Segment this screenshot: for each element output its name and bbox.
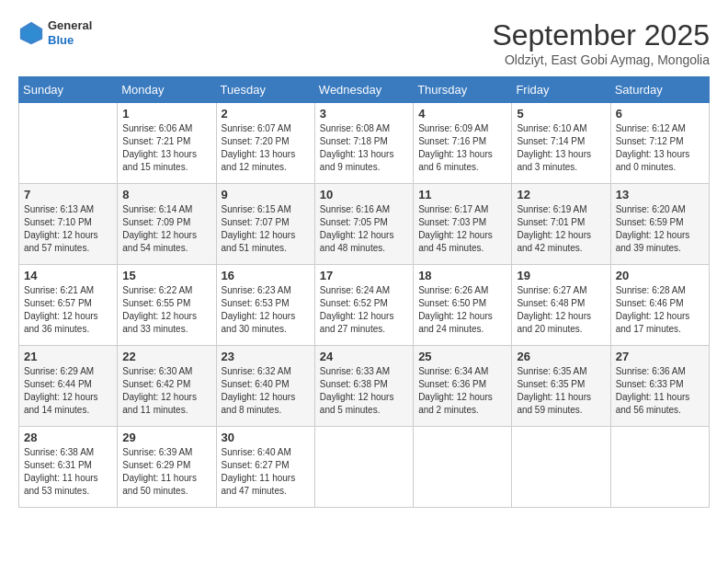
logo-general: General (48, 18, 92, 33)
day-info: Sunrise: 6:33 AMSunset: 6:38 PMDaylight:… (320, 365, 408, 417)
header-thursday: Thursday (414, 77, 512, 103)
table-row: 16Sunrise: 6:23 AMSunset: 6:53 PMDayligh… (216, 265, 314, 346)
day-number: 10 (320, 188, 408, 201)
table-row: 13Sunrise: 6:20 AMSunset: 6:59 PMDayligh… (610, 184, 709, 265)
table-row: 26Sunrise: 6:35 AMSunset: 6:35 PMDayligh… (512, 346, 610, 427)
table-row: 25Sunrise: 6:34 AMSunset: 6:36 PMDayligh… (414, 346, 512, 427)
day-info: Sunrise: 6:38 AMSunset: 6:31 PMDaylight:… (24, 446, 112, 498)
day-number: 1 (122, 107, 210, 121)
day-info: Sunrise: 6:24 AMSunset: 6:52 PMDaylight:… (320, 284, 408, 336)
day-number: 3 (320, 107, 408, 121)
day-number: 29 (122, 431, 210, 444)
header-saturday: Saturday (610, 77, 709, 103)
day-number: 22 (122, 350, 210, 363)
day-info: Sunrise: 6:21 AMSunset: 6:57 PMDaylight:… (24, 284, 112, 336)
day-info: Sunrise: 6:29 AMSunset: 6:44 PMDaylight:… (24, 365, 112, 417)
table-row: 4Sunrise: 6:09 AMSunset: 7:16 PMDaylight… (414, 103, 512, 184)
day-info: Sunrise: 6:06 AMSunset: 7:21 PMDaylight:… (122, 122, 210, 174)
day-info: Sunrise: 6:39 AMSunset: 6:29 PMDaylight:… (122, 446, 210, 498)
day-info: Sunrise: 6:23 AMSunset: 6:53 PMDaylight:… (222, 284, 310, 336)
header-monday: Monday (118, 77, 216, 103)
calendar-week-row: 28Sunrise: 6:38 AMSunset: 6:31 PMDayligh… (19, 427, 710, 508)
table-row: 11Sunrise: 6:17 AMSunset: 7:03 PMDayligh… (414, 184, 512, 265)
day-number: 16 (222, 269, 310, 282)
table-row: 21Sunrise: 6:29 AMSunset: 6:44 PMDayligh… (19, 346, 118, 427)
table-row: 28Sunrise: 6:38 AMSunset: 6:31 PMDayligh… (19, 427, 118, 508)
day-number: 7 (24, 188, 112, 201)
day-number: 30 (222, 431, 310, 444)
day-number: 12 (517, 188, 605, 201)
day-info: Sunrise: 6:27 AMSunset: 6:48 PMDaylight:… (517, 284, 605, 336)
day-info: Sunrise: 6:35 AMSunset: 6:35 PMDaylight:… (517, 365, 605, 417)
day-number: 6 (616, 107, 704, 121)
table-row: 14Sunrise: 6:21 AMSunset: 6:57 PMDayligh… (19, 265, 118, 346)
day-number: 17 (320, 269, 408, 282)
table-row: 17Sunrise: 6:24 AMSunset: 6:52 PMDayligh… (314, 265, 413, 346)
day-number: 27 (616, 350, 704, 363)
day-info: Sunrise: 6:22 AMSunset: 6:55 PMDaylight:… (122, 284, 210, 336)
day-info: Sunrise: 6:14 AMSunset: 7:09 PMDaylight:… (122, 203, 210, 255)
logo-icon (18, 20, 44, 46)
month-title: September 2025 (492, 18, 710, 52)
day-info: Sunrise: 6:20 AMSunset: 6:59 PMDaylight:… (616, 203, 704, 255)
logo-text: General Blue (48, 18, 92, 47)
table-row: 12Sunrise: 6:19 AMSunset: 7:01 PMDayligh… (512, 184, 610, 265)
day-info: Sunrise: 6:15 AMSunset: 7:07 PMDaylight:… (222, 203, 310, 255)
table-row: 10Sunrise: 6:16 AMSunset: 7:05 PMDayligh… (314, 184, 413, 265)
table-row (414, 427, 512, 508)
day-number: 19 (517, 269, 605, 282)
day-number: 25 (418, 350, 506, 363)
table-row: 2Sunrise: 6:07 AMSunset: 7:20 PMDaylight… (216, 103, 314, 184)
table-row: 19Sunrise: 6:27 AMSunset: 6:48 PMDayligh… (512, 265, 610, 346)
table-row: 18Sunrise: 6:26 AMSunset: 6:50 PMDayligh… (414, 265, 512, 346)
table-row: 7Sunrise: 6:13 AMSunset: 7:10 PMDaylight… (19, 184, 118, 265)
table-row: 24Sunrise: 6:33 AMSunset: 6:38 PMDayligh… (314, 346, 413, 427)
calendar-week-row: 14Sunrise: 6:21 AMSunset: 6:57 PMDayligh… (19, 265, 710, 346)
day-info: Sunrise: 6:32 AMSunset: 6:40 PMDaylight:… (222, 365, 310, 417)
day-info: Sunrise: 6:08 AMSunset: 7:18 PMDaylight:… (320, 122, 408, 174)
table-row (512, 427, 610, 508)
table-row: 9Sunrise: 6:15 AMSunset: 7:07 PMDaylight… (216, 184, 314, 265)
table-row: 30Sunrise: 6:40 AMSunset: 6:27 PMDayligh… (216, 427, 314, 508)
day-number: 24 (320, 350, 408, 363)
day-info: Sunrise: 6:10 AMSunset: 7:14 PMDaylight:… (517, 122, 605, 174)
day-info: Sunrise: 6:36 AMSunset: 6:33 PMDaylight:… (616, 365, 704, 417)
day-number: 5 (517, 107, 605, 121)
day-number: 4 (418, 107, 506, 121)
table-row: 5Sunrise: 6:10 AMSunset: 7:14 PMDaylight… (512, 103, 610, 184)
day-number: 9 (222, 188, 310, 201)
day-number: 8 (122, 188, 210, 201)
table-row (610, 427, 709, 508)
day-number: 15 (122, 269, 210, 282)
day-info: Sunrise: 6:34 AMSunset: 6:36 PMDaylight:… (418, 365, 506, 417)
calendar-week-row: 7Sunrise: 6:13 AMSunset: 7:10 PMDaylight… (19, 184, 710, 265)
calendar-week-row: 21Sunrise: 6:29 AMSunset: 6:44 PMDayligh… (19, 346, 710, 427)
day-info: Sunrise: 6:09 AMSunset: 7:16 PMDaylight:… (418, 122, 506, 174)
table-row (314, 427, 413, 508)
logo: General Blue (18, 18, 92, 47)
page-header: General Blue September 2025 Oldziyt, Eas… (18, 18, 710, 67)
day-number: 21 (24, 350, 112, 363)
day-info: Sunrise: 6:28 AMSunset: 6:46 PMDaylight:… (616, 284, 704, 336)
day-number: 20 (616, 269, 704, 282)
table-row: 6Sunrise: 6:12 AMSunset: 7:12 PMDaylight… (610, 103, 709, 184)
day-info: Sunrise: 6:13 AMSunset: 7:10 PMDaylight:… (24, 203, 112, 255)
table-row: 15Sunrise: 6:22 AMSunset: 6:55 PMDayligh… (118, 265, 216, 346)
header-sunday: Sunday (19, 77, 118, 103)
table-row: 22Sunrise: 6:30 AMSunset: 6:42 PMDayligh… (118, 346, 216, 427)
title-section: September 2025 Oldziyt, East Gobi Aymag,… (492, 18, 710, 67)
day-number: 2 (222, 107, 310, 121)
calendar-table: Sunday Monday Tuesday Wednesday Thursday… (18, 76, 710, 508)
day-info: Sunrise: 6:07 AMSunset: 7:20 PMDaylight:… (222, 122, 310, 174)
table-row: 3Sunrise: 6:08 AMSunset: 7:18 PMDaylight… (314, 103, 413, 184)
day-number: 23 (222, 350, 310, 363)
logo-blue: Blue (48, 33, 92, 48)
day-info: Sunrise: 6:17 AMSunset: 7:03 PMDaylight:… (418, 203, 506, 255)
calendar-week-row: 1Sunrise: 6:06 AMSunset: 7:21 PMDaylight… (19, 103, 710, 184)
day-number: 14 (24, 269, 112, 282)
day-info: Sunrise: 6:30 AMSunset: 6:42 PMDaylight:… (122, 365, 210, 417)
day-info: Sunrise: 6:26 AMSunset: 6:50 PMDaylight:… (418, 284, 506, 336)
header-wednesday: Wednesday (314, 77, 413, 103)
day-info: Sunrise: 6:40 AMSunset: 6:27 PMDaylight:… (222, 446, 310, 498)
location-subtitle: Oldziyt, East Gobi Aymag, Mongolia (492, 52, 710, 67)
